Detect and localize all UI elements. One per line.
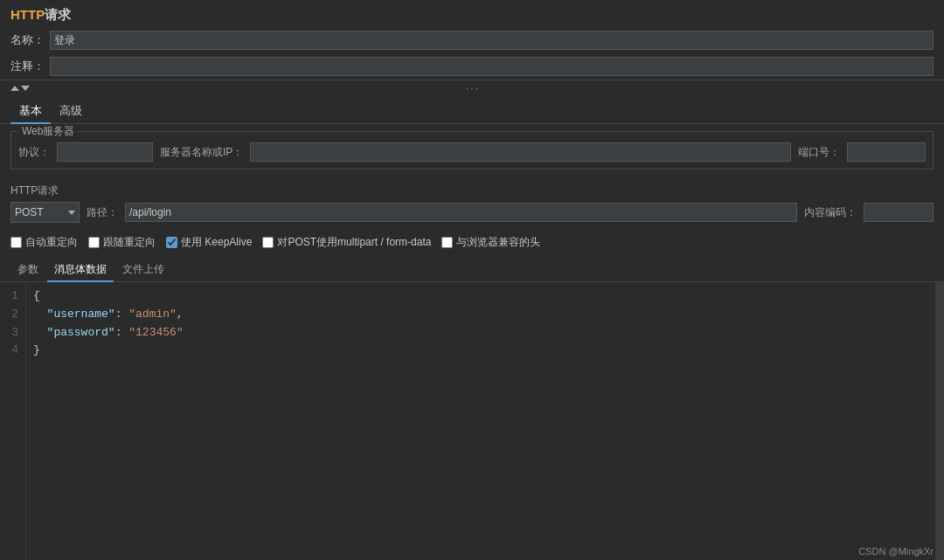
keep-alive-checkbox[interactable] xyxy=(166,237,177,248)
vertical-scrollbar[interactable] xyxy=(935,282,944,560)
tab-advanced[interactable]: 高级 xyxy=(51,100,91,124)
multipart-label: 对POST使用multipart / form-data xyxy=(277,235,431,250)
name-row: 名称： xyxy=(0,27,944,53)
port-label: 端口号： xyxy=(798,145,840,160)
browser-headers-checkbox[interactable] xyxy=(441,237,453,248)
line-number-3: 3 xyxy=(7,324,18,342)
body-tabs-row: 参数 消息体数据 文件上传 xyxy=(0,255,944,282)
code-content[interactable]: { "username": "admin", "password": "1234… xyxy=(26,282,935,560)
multipart-checkbox-item[interactable]: 对POST使用multipart / form-data xyxy=(262,235,431,250)
follow-redirect-checkbox[interactable] xyxy=(88,237,100,248)
browser-headers-checkbox-item[interactable]: 与浏览器兼容的头 xyxy=(441,235,540,250)
multipart-checkbox[interactable] xyxy=(262,237,274,248)
line-numbers: 1 2 3 4 xyxy=(0,282,26,560)
comment-input[interactable] xyxy=(50,57,934,76)
checkboxes-row: 自动重定向 跟随重定向 使用 KeepAlive 对POST使用multipar… xyxy=(0,230,944,255)
line-number-1: 1 xyxy=(7,287,18,306)
title-http: HTTP xyxy=(10,7,45,22)
path-input[interactable] xyxy=(125,203,797,222)
web-server-section: Web服务器 协议： 服务器名称或IP： 端口号： xyxy=(0,124,944,183)
code-line-3: "password": "123456" xyxy=(33,324,928,342)
collapse-icons xyxy=(10,86,30,91)
host-input[interactable] xyxy=(250,142,791,162)
footer-text: CSDN @MingkXr xyxy=(858,546,934,557)
protocol-input[interactable] xyxy=(57,142,153,162)
footer-bar: CSDN @MingkXr xyxy=(848,543,944,560)
browser-headers-label: 与浏览器兼容的头 xyxy=(456,235,540,250)
page-title: HTTP请求 xyxy=(10,7,934,24)
method-select-wrapper[interactable]: POST GET PUT DELETE PATCH HEAD OPTIONS xyxy=(10,202,80,223)
http-row: POST GET PUT DELETE PATCH HEAD OPTIONS 路… xyxy=(10,202,934,223)
web-server-title: Web服务器 xyxy=(18,124,78,139)
web-server-group: Web服务器 协议： 服务器名称或IP： 端口号： xyxy=(10,131,934,169)
body-tab-params[interactable]: 参数 xyxy=(10,259,45,282)
title-bar: HTTP请求 xyxy=(0,0,944,27)
line-number-2: 2 xyxy=(7,306,18,324)
body-tab-body[interactable]: 消息体数据 xyxy=(47,259,114,282)
auto-redirect-checkbox-item[interactable]: 自动重定向 xyxy=(10,235,78,250)
code-line-1: { xyxy=(33,287,928,306)
port-input[interactable] xyxy=(847,142,926,162)
title-rest: 请求 xyxy=(45,7,71,22)
http-section-label: HTTP请求 xyxy=(10,183,934,198)
method-dropdown-arrow-icon xyxy=(68,211,75,215)
line-number-4: 4 xyxy=(7,342,18,360)
http-request-section: HTTP请求 POST GET PUT DELETE PATCH HEAD OP… xyxy=(0,183,944,230)
collapse-up-icon[interactable] xyxy=(10,86,19,91)
content-type-label: 内容编码： xyxy=(804,205,857,220)
auto-redirect-label: 自动重定向 xyxy=(25,235,78,250)
main-tabs: 基本 高级 xyxy=(0,96,944,124)
name-input[interactable] xyxy=(50,31,934,50)
follow-redirect-checkbox-item[interactable]: 跟随重定向 xyxy=(88,235,156,250)
method-select[interactable]: POST GET PUT DELETE PATCH HEAD OPTIONS xyxy=(15,206,65,218)
collapse-down-icon[interactable] xyxy=(21,86,30,91)
host-label: 服务器名称或IP： xyxy=(160,145,243,160)
keep-alive-checkbox-item[interactable]: 使用 KeepAlive xyxy=(166,235,252,250)
code-editor: 1 2 3 4 { "username": "admin", "password… xyxy=(0,282,944,560)
path-label: 路径： xyxy=(87,205,118,220)
auto-redirect-checkbox[interactable] xyxy=(10,237,22,248)
comment-row: 注释： xyxy=(0,53,944,80)
tab-basic[interactable]: 基本 xyxy=(10,100,51,124)
name-label: 名称： xyxy=(10,32,45,48)
follow-redirect-label: 跟随重定向 xyxy=(103,235,156,250)
code-line-4: } xyxy=(33,342,928,360)
resize-handle[interactable]: ··· xyxy=(466,82,480,94)
body-tab-files[interactable]: 文件上传 xyxy=(115,259,171,282)
content-type-input[interactable] xyxy=(864,203,934,222)
server-row: 协议： 服务器名称或IP： 端口号： xyxy=(18,142,926,162)
code-line-2: "username": "admin", xyxy=(33,306,928,324)
app-container: HTTP请求 名称： 注释： ··· 基本 高级 Web服务器 协议： 服务器名… xyxy=(0,0,944,560)
divider-row: ··· xyxy=(0,80,944,96)
keep-alive-label: 使用 KeepAlive xyxy=(181,235,252,250)
protocol-label: 协议： xyxy=(18,145,50,160)
comment-label: 注释： xyxy=(10,59,45,74)
